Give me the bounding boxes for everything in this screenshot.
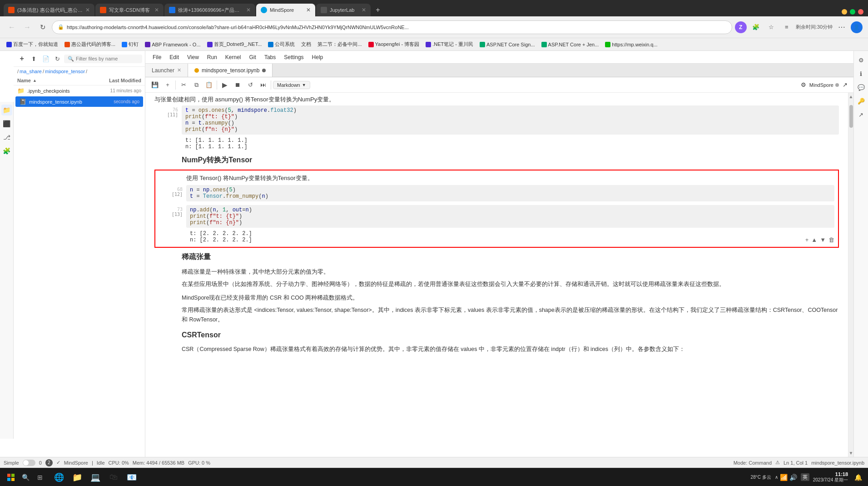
upload-button[interactable]: ⬆ [28, 53, 39, 65]
cell-type-select[interactable]: Markdown ▼ [273, 81, 310, 89]
input-method[interactable]: 英 [801, 473, 809, 481]
run-all-button[interactable]: ⏭ [257, 79, 269, 91]
cell-body-68[interactable]: n = np.ones(5) t = Tensor.from_numpy(n) [186, 185, 834, 201]
menu-git[interactable]: Git [246, 53, 260, 61]
minimize-button[interactable] [842, 9, 847, 15]
taskbar-app-store[interactable]: 🛍 [105, 469, 122, 486]
taskbar-app-edge[interactable]: 🌐 [51, 469, 67, 486]
rp-icon-share[interactable]: ↗ [856, 109, 867, 120]
sidebar-icon-git[interactable]: ⎇ [1, 132, 12, 143]
refresh-files-button[interactable]: ↻ [52, 53, 63, 65]
browser-profile-icon[interactable]: Z [735, 21, 747, 33]
menu-view[interactable]: View [184, 53, 203, 61]
address-bar[interactable]: 🔒 https://authoring-modelarts-cnnorth4.h… [52, 20, 732, 34]
add-cell-button[interactable]: + [162, 79, 174, 91]
taskbar-widgets[interactable]: ⊞ [33, 470, 47, 485]
menu-file[interactable]: File [149, 53, 165, 61]
sidebar-icon-files[interactable]: 📁 [1, 105, 12, 115]
taskbar-app-explorer[interactable]: 📁 [69, 469, 85, 486]
new-file-button[interactable]: 📄 [40, 53, 51, 65]
browser-tab[interactable]: (3条消息) 惠公题代码_惠公系列 ✕ [4, 4, 94, 16]
cut-button[interactable]: ✂ [178, 79, 189, 91]
search-input[interactable] [76, 56, 139, 61]
tab-close-icon-active[interactable]: ✕ [306, 7, 311, 13]
bookmark-dotnet9[interactable]: 首页_Dotnet9_.NET... [204, 40, 265, 49]
cell-body-76[interactable]: t = ops.ones(5, mindspore.float32) print… [182, 105, 839, 135]
maximize-button[interactable] [850, 9, 855, 15]
bookmark-yaopengfei[interactable]: Yaopengfei - 博客园 [366, 40, 422, 49]
tab-close-icon-4[interactable]: ✕ [362, 7, 366, 13]
notification-button[interactable]: 🔔 [852, 471, 864, 484]
bookmark-csdn[interactable]: 惠公题代码的博客... [62, 40, 118, 49]
run-cell-button[interactable]: ▶ [219, 79, 231, 91]
path-sub[interactable]: mindspore_tensor [45, 69, 85, 74]
scroll-thumb[interactable] [849, 105, 853, 128]
kernel-settings-icon[interactable]: ⚙ [799, 80, 808, 90]
taskbar-search[interactable]: 🔍 [18, 470, 33, 485]
menu-help[interactable]: Help [308, 53, 327, 61]
selected-cell-group[interactable]: 使用 Tensor() 将NumPy变量转换为Tensor变量。 68 [12]… [154, 170, 839, 248]
move-up-button[interactable]: ▲ [810, 235, 818, 244]
notebook-scrollbar[interactable]: ▲ ▼ [848, 93, 853, 457]
column-modified-header[interactable]: Last Modified [87, 78, 141, 83]
simple-toggle[interactable] [23, 460, 35, 466]
browser-tab-2[interactable]: 徐涛+13960699696+产品体验讨 ✕ [164, 4, 255, 16]
file-search[interactable]: 🔍 [64, 55, 142, 63]
forward-button[interactable]: → [21, 21, 34, 34]
menu-edit[interactable]: Edit [166, 53, 183, 61]
rp-icon-gear[interactable]: ⚙ [856, 55, 867, 65]
tab-close-icon[interactable]: ✕ [85, 7, 90, 13]
tab-close-icon-1[interactable]: ✕ [154, 7, 159, 13]
tab-notebook-active[interactable]: mindspore_tensor.ipynb [188, 64, 273, 77]
bookmark-section2[interactable]: 第二节：必备中间... [315, 40, 364, 49]
back-button[interactable]: ← [5, 21, 18, 34]
bookmark-aspnet-sign[interactable]: ASP.NET Core Sign... [477, 41, 538, 48]
browser-menu-icon[interactable]: ⋯ [835, 21, 848, 34]
scroll-down-arrow[interactable]: ▼ [849, 449, 853, 457]
interrupt-button[interactable]: ⏹ [232, 79, 243, 91]
new-folder-button[interactable]: + [16, 53, 27, 65]
bookmark-weixin[interactable]: https://mp.weixin.q... [602, 41, 660, 48]
browser-tab-1[interactable]: 写文章-CSDN博客 ✕ [95, 4, 164, 16]
tab-launcher[interactable]: Launcher ✕ [145, 64, 188, 77]
bookmark-company[interactable]: 公司系统 [265, 40, 298, 49]
scroll-up-arrow[interactable]: ▲ [849, 93, 853, 100]
file-item-checkpoints[interactable]: 📁 .ipynb_checkpoints 11 minutes ago [14, 85, 145, 96]
menu-settings[interactable]: Settings [280, 53, 307, 61]
notebook-scroll-content[interactable]: 与张量创建相同，使用 asnumpy() 将Tensor变量转换为NumPy变量… [145, 93, 848, 457]
collections-icon[interactable]: ≡ [780, 21, 793, 34]
copy-button[interactable]: ⧉ [190, 79, 202, 91]
rp-icon-info[interactable]: ℹ [856, 68, 867, 79]
taskbar-start[interactable] [4, 470, 18, 485]
close-window-button[interactable] [858, 9, 863, 15]
save-button[interactable]: 💾 [149, 79, 161, 91]
user-avatar[interactable]: 👤 [851, 21, 863, 33]
bookmark-dotnet-notes[interactable]: .NET笔记 - 重川民 [423, 40, 476, 49]
file-item-notebook[interactable]: 📓 mindspore_tensor.ipynb seconds ago [15, 96, 143, 107]
restart-button[interactable]: ↺ [244, 79, 256, 91]
share-icon[interactable]: ↗ [840, 80, 850, 90]
bookmark-abp[interactable]: ABP Framework - O... [142, 41, 203, 48]
browser-tab-active[interactable]: MindSpore ✕ [256, 4, 315, 16]
taskbar-app-mail[interactable]: 📧 [124, 469, 140, 486]
menu-kernel[interactable]: Kernel [222, 53, 245, 61]
extensions-icon[interactable]: 🧩 [749, 21, 762, 34]
bookmark-docs[interactable]: 文档 [298, 40, 314, 49]
path-root[interactable]: ma_share [20, 69, 42, 74]
sidebar-icon-extensions[interactable]: 🧩 [1, 145, 12, 156]
bookmark-dingtalk[interactable]: 钉钉 [119, 40, 141, 49]
tray-sound[interactable]: 🔊 [789, 474, 797, 481]
launcher-tab-close[interactable]: ✕ [177, 67, 181, 73]
tray-network[interactable]: 📶 [780, 474, 788, 481]
tray-chevron[interactable]: ∧ [775, 475, 778, 480]
column-name-header[interactable]: Name ▲ [17, 78, 87, 83]
menu-run[interactable]: Run [203, 53, 221, 61]
new-tab-button[interactable]: + [372, 4, 384, 16]
taskbar-app-terminal[interactable]: 💻 [87, 469, 104, 486]
browser-tab-4[interactable]: JupyterLab ✕ [316, 4, 371, 16]
bookmark-aspnet-jen[interactable]: ASP.NET Core + Jen... [539, 41, 602, 48]
refresh-button[interactable]: ↻ [36, 21, 49, 34]
paste-button[interactable]: 📋 [203, 79, 215, 91]
move-down-button[interactable]: ▼ [819, 235, 827, 244]
menu-tabs[interactable]: Tabs [261, 53, 279, 61]
